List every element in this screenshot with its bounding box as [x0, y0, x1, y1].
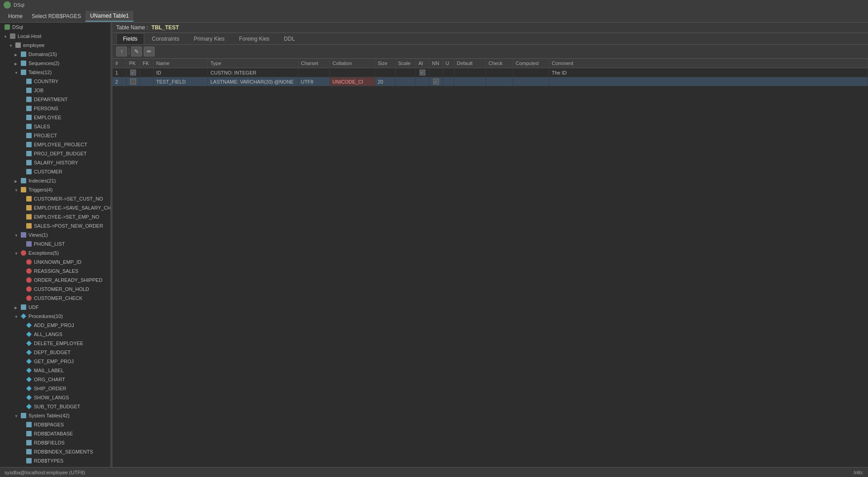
- sidebar-table-proj_dept_budget[interactable]: PROJ_DEPT_BUDGET: [0, 149, 110, 158]
- sidebar-procedure-item[interactable]: DEPT_BUDGET: [0, 348, 110, 357]
- sidebar-procedures[interactable]: Procedures(10): [0, 312, 110, 321]
- sidebar-trigger-item[interactable]: EMPLOYEE->SET_EMP_NO: [0, 212, 110, 221]
- cell-name: ID: [153, 68, 208, 77]
- tab-constraints[interactable]: Constraints: [145, 33, 186, 44]
- views-label: Views(1): [28, 232, 48, 238]
- trigger-item-icon: [25, 195, 33, 202]
- sidebar-tables[interactable]: Tables(12): [0, 68, 110, 77]
- tab-fields[interactable]: Fields: [116, 33, 144, 44]
- sidebar-root[interactable]: DSql: [0, 23, 110, 32]
- sidebar-indecies[interactable]: Indecies(21): [0, 176, 110, 185]
- fields-table[interactable]: # PK FK Name Type Charset Collation Size…: [113, 59, 868, 467]
- sidebar-sequences[interactable]: Sequences(2): [0, 59, 110, 68]
- sidebar-udf[interactable]: UDF: [0, 303, 110, 312]
- sidebar-table-project[interactable]: PROJECT: [0, 131, 110, 140]
- sidebar-table-sales[interactable]: SALES: [0, 122, 110, 131]
- sidebar-table-job[interactable]: JOB: [0, 86, 110, 95]
- sidebar-procedure-item[interactable]: SHIP_ORDER: [0, 384, 110, 393]
- table-name-value: TBL_TEST: [151, 24, 179, 31]
- col-header-num: #: [113, 59, 126, 68]
- sidebar-system-table-item[interactable]: RDB$PAGES: [0, 420, 110, 429]
- table-item-icon: [25, 123, 33, 130]
- table-item-label: EMPLOYEE: [34, 115, 61, 120]
- sidebar-employee[interactable]: employee: [0, 41, 110, 50]
- cell-default: [454, 77, 486, 86]
- sidebar-procedure-item[interactable]: ORG_CHART: [0, 375, 110, 384]
- table-item-label: JOB: [34, 88, 43, 93]
- exception-items: UNKNOWN_EMP_ID REASSIGN_SALES ORDER_ALRE…: [0, 257, 110, 303]
- sidebar-procedure-item[interactable]: SUB_TOT_BUDGET: [0, 402, 110, 411]
- pk-checkbox[interactable]: [130, 79, 136, 84]
- sidebar-system-table-item[interactable]: RDB$FIELDS: [0, 438, 110, 447]
- sidebar-system-table-item[interactable]: RDB$DATABASE: [0, 429, 110, 438]
- tab-primary-keys[interactable]: Primary Kies: [187, 33, 231, 44]
- sidebar-procedure-item[interactable]: MAIL_LABEL: [0, 366, 110, 375]
- sidebar-exception-item[interactable]: ORDER_ALREADY_SHIPPED: [0, 276, 110, 285]
- trigger-item-label: EMPLOYEE->SAVE_SALARY_CHANGE: [34, 205, 111, 210]
- procedure-item-icon: [25, 403, 33, 410]
- sidebar-views[interactable]: Views(1): [0, 230, 110, 239]
- table-row[interactable]: 2 TEST_FIELD LASTNAME: VARCHAR(20) @NONE…: [113, 77, 868, 86]
- procedure-item-icon: [25, 376, 33, 383]
- sidebar-exception-item[interactable]: REASSIGN_SALES: [0, 267, 110, 276]
- exceptions-icon: [20, 249, 27, 257]
- sidebar-exceptions[interactable]: Exceptions(5): [0, 248, 110, 257]
- sidebar-exception-item[interactable]: UNKNOWN_EMP_ID: [0, 257, 110, 267]
- cell-name: TEST_FIELD: [153, 77, 208, 86]
- system-table-item-label: RDB$PAGES: [34, 422, 64, 427]
- move-up-button[interactable]: ↑: [116, 47, 127, 56]
- procedure-item-icon: [25, 358, 33, 365]
- sidebar-trigger-item[interactable]: SALES->POST_NEW_ORDER: [0, 221, 110, 230]
- tables-icon: [20, 69, 27, 76]
- sidebar-table-salary_history[interactable]: SALARY_HISTORY: [0, 158, 110, 167]
- sidebar-local-host[interactable]: local-host: [0, 32, 110, 41]
- main-layout: DSql local-host employee Domains(15): [0, 23, 868, 467]
- sequences-icon: [20, 60, 27, 67]
- sidebar-trigger-item[interactable]: EMPLOYEE->SAVE_SALARY_CHANGE: [0, 203, 110, 212]
- sidebar-procedure-item[interactable]: SHOW_LANGS: [0, 393, 110, 402]
- col-header-nn: NN: [429, 59, 443, 68]
- sidebar-exception-item[interactable]: CUSTOMER_CHECK: [0, 294, 110, 303]
- tab-ddl[interactable]: DDL: [277, 33, 302, 44]
- sidebar-procedure-item[interactable]: DELETE_EMPLOYEE: [0, 339, 110, 348]
- menu-tab-unnamed-table1[interactable]: UNamed Table1: [85, 11, 133, 22]
- sidebar-procedure-item[interactable]: GET_EMP_PROJ: [0, 357, 110, 366]
- nn-checkbox[interactable]: [433, 79, 439, 84]
- sidebar-exception-item[interactable]: CUSTOMER_ON_HOLD: [0, 285, 110, 294]
- sidebar-procedure-item[interactable]: ALL_LANGS: [0, 330, 110, 339]
- sidebar-trigger-item[interactable]: CUSTOMER->SET_CUST_NO: [0, 194, 110, 203]
- sidebar-procedure-item[interactable]: ADD_EMP_PROJ: [0, 321, 110, 330]
- app-icon: [4, 1, 11, 9]
- procedure-item-label: MAIL_LABEL: [34, 368, 64, 373]
- edit-button-1[interactable]: ✎: [131, 47, 142, 56]
- sidebar-view-phone-list[interactable]: PHONE_LIST: [0, 239, 110, 248]
- sidebar-triggers[interactable]: Triggers(4): [0, 185, 110, 194]
- expand-employee-icon: [9, 42, 14, 48]
- menu-tab-select-rdb[interactable]: Select RDB$PAGES: [27, 11, 85, 21]
- sidebar-table-country[interactable]: COUNTRY: [0, 77, 110, 86]
- menu-tab-home[interactable]: Home: [4, 11, 27, 21]
- edit-button-2[interactable]: ✏: [144, 47, 155, 56]
- col-header-name: Name: [153, 59, 208, 68]
- sidebar-table-department[interactable]: DEPARTMENT: [0, 95, 110, 104]
- cell-ai: [415, 68, 429, 77]
- sidebar-table-customer[interactable]: CUSTOMER: [0, 167, 110, 176]
- procedure-item-icon: [25, 385, 33, 392]
- sidebar-table-employee[interactable]: EMPLOYEE: [0, 113, 110, 122]
- pk-checkbox[interactable]: [130, 70, 136, 75]
- cell-fk: [140, 77, 153, 86]
- sidebar-domains[interactable]: Domains(15): [0, 50, 110, 59]
- sidebar-table-persons[interactable]: PERSONS: [0, 104, 110, 113]
- sidebar-system-table-item[interactable]: RDB$TYPES: [0, 456, 110, 465]
- domains-icon: [20, 51, 27, 58]
- sidebar-system-table-item[interactable]: RDB$INDEX_SEGMENTS: [0, 447, 110, 456]
- phone-list-label: PHONE_LIST: [34, 241, 65, 247]
- tab-foreign-keys[interactable]: Foreing Kies: [232, 33, 276, 44]
- sidebar-system-tables[interactable]: System Tables(42): [0, 411, 110, 420]
- sidebar-table-employee_project[interactable]: EMPLOYEE_PROJECT: [0, 140, 110, 149]
- triggers-icon: [20, 186, 27, 193]
- table-item-icon: [25, 168, 33, 175]
- table-row[interactable]: 1 ID CUSTNO: INTEGER The ID: [113, 68, 868, 77]
- system-table-item-label: RDB$TYPES: [34, 458, 63, 463]
- ai-checkbox[interactable]: [420, 70, 425, 75]
